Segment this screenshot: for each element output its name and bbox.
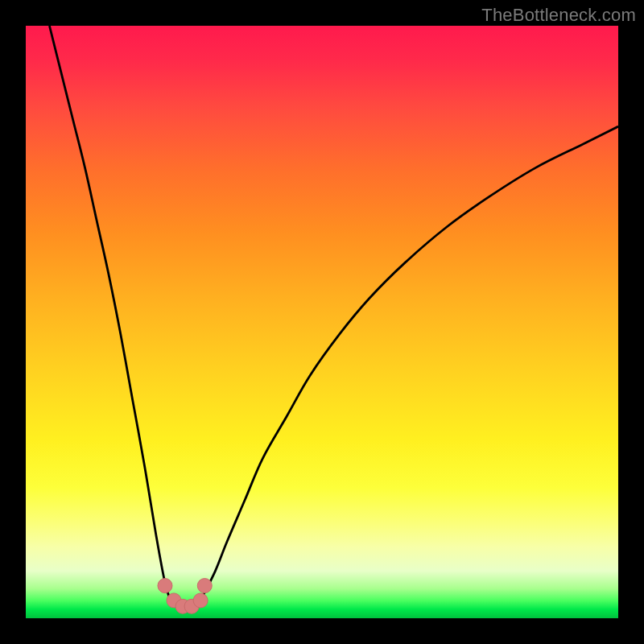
curve-right — [197, 126, 618, 606]
marker-dot — [193, 593, 208, 608]
curve-left — [49, 26, 176, 606]
watermark-text: TheBottleneck.com — [481, 5, 636, 26]
curve-svg — [26, 26, 618, 618]
marker-dot — [158, 579, 172, 593]
marker-cluster — [158, 579, 212, 614]
series-left-branch — [49, 26, 176, 606]
chart-frame: TheBottleneck.com — [0, 0, 644, 644]
series-right-branch — [197, 126, 618, 606]
plot-area — [26, 26, 618, 618]
marker-dot — [197, 579, 212, 593]
